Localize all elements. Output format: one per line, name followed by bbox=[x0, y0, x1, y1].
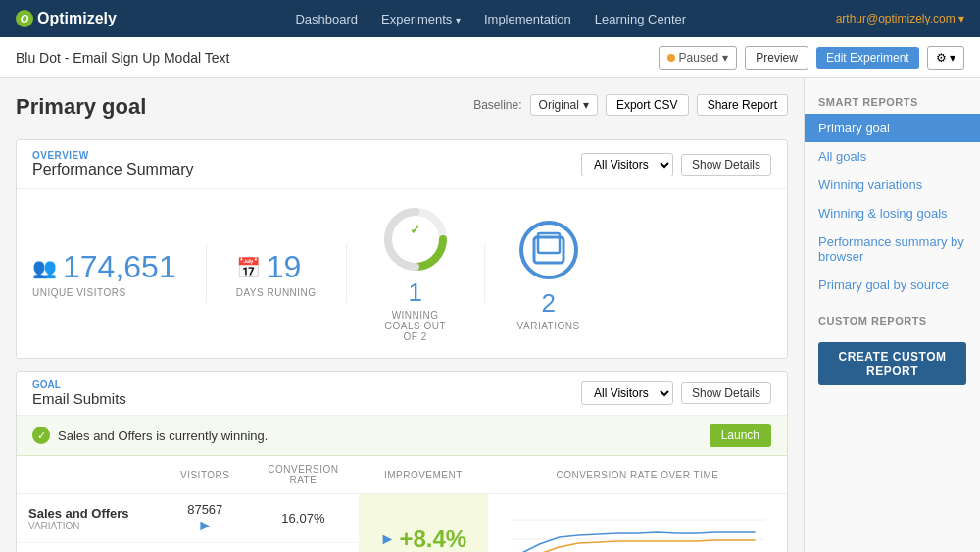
right-sidebar: SMART REPORTS Primary goal All goals Win… bbox=[804, 78, 980, 552]
winning-banner: ✓ Sales and Offers is currently winning.… bbox=[17, 416, 787, 456]
status-label: Paused bbox=[679, 51, 719, 65]
col-header-improvement: IMPROVEMENT bbox=[359, 456, 488, 494]
goal-header-controls: All Visitors Show Details bbox=[581, 381, 771, 405]
overview-label: OVERVIEW bbox=[32, 150, 194, 161]
col-header-visitors: VISITORS bbox=[163, 456, 248, 494]
performance-summary-header: OVERVIEW Performance Summary All Visitor… bbox=[17, 140, 787, 189]
goal-title: Email Submits bbox=[32, 390, 126, 407]
user-menu[interactable]: arthur@optimizely.com ▾ bbox=[836, 12, 964, 25]
winning-goals-donut: ✓ bbox=[381, 205, 450, 274]
col-header-conversion: CONVERSIONRATE bbox=[248, 456, 359, 494]
stat-divider-1 bbox=[206, 244, 207, 303]
unique-visitors-label: UNIQUE VISITORS bbox=[32, 287, 126, 298]
export-csv-button[interactable]: Export CSV bbox=[606, 94, 689, 116]
row-variation-conversion: 16.07% bbox=[248, 494, 359, 543]
nav-learning-center[interactable]: Learning Center bbox=[595, 12, 686, 26]
nav-implementation[interactable]: Implementation bbox=[484, 12, 571, 26]
days-running-label: DAYS RUNNING bbox=[236, 287, 317, 298]
custom-reports-title: CUSTOM REPORTS bbox=[805, 309, 980, 332]
performance-summary-card: OVERVIEW Performance Summary All Visitor… bbox=[16, 139, 788, 359]
nav-experiments[interactable]: Experiments ▾ bbox=[381, 12, 461, 26]
nav-dashboard[interactable]: Dashboard bbox=[295, 12, 358, 26]
winning-goals-stat: ✓ 1 WINNING GOALS OUT OF 2 bbox=[357, 205, 474, 342]
sidebar-item-perf-browser[interactable]: Performance summary by browser bbox=[805, 227, 980, 271]
sidebar-item-all-goals[interactable]: All goals bbox=[805, 142, 980, 171]
page-title: Primary goal bbox=[16, 94, 146, 120]
performance-summary-controls: All Visitors Show Details bbox=[581, 153, 771, 176]
status-badge[interactable]: Paused ▾ bbox=[659, 46, 738, 70]
logo: O Optimizely bbox=[16, 10, 117, 27]
check-circle-icon: ✓ bbox=[32, 427, 50, 444]
variations-circle bbox=[514, 216, 583, 284]
subheader-actions: Paused ▾ Preview Edit Experiment ⚙ ▾ bbox=[659, 46, 964, 70]
row-variation-name: Sales and Offers VARIATION bbox=[17, 494, 163, 543]
improvement-arrow-icon: ► bbox=[380, 530, 396, 548]
winning-text: ✓ Sales and Offers is currently winning. bbox=[32, 427, 268, 444]
status-dot-icon bbox=[667, 54, 675, 62]
sidebar-item-winning-losing[interactable]: Winning & losing goals bbox=[805, 199, 980, 227]
variation-arrow-icon: ► bbox=[174, 517, 236, 534]
variations-stat: 2 VARIATIONS bbox=[495, 216, 603, 331]
share-report-button[interactable]: Share Report bbox=[697, 94, 788, 116]
preview-button[interactable]: Preview bbox=[745, 46, 808, 70]
variations-value: 2 bbox=[541, 288, 555, 318]
main-layout: Primary goal Baseline: Original ▾ Export… bbox=[0, 78, 980, 552]
show-details-perf-button[interactable]: Show Details bbox=[681, 154, 771, 176]
data-table: VISITORS CONVERSIONRATE IMPROVEMENT CONV… bbox=[17, 456, 787, 552]
stat-divider-3 bbox=[484, 244, 485, 303]
chart-cell bbox=[488, 494, 787, 553]
row-baseline-conversion: 14.83% bbox=[248, 543, 359, 553]
variations-label: VARIATIONS bbox=[517, 321, 580, 331]
logo-text: Optimizely bbox=[37, 10, 117, 27]
visitors-icon: 👥 bbox=[32, 256, 57, 279]
logo-icon: O bbox=[16, 10, 33, 27]
user-arrow-icon: ▾ bbox=[958, 12, 964, 25]
goal-card-header: GOAL Email Submits All Visitors Show Det… bbox=[17, 372, 787, 416]
baseline-select[interactable]: Original ▾ bbox=[530, 94, 598, 116]
visitors-select-goal[interactable]: All Visitors bbox=[581, 381, 673, 405]
sidebar-item-primary-source[interactable]: Primary goal by source bbox=[805, 271, 980, 299]
col-header-name bbox=[17, 456, 163, 494]
sidebar-item-winning-variations[interactable]: Winning variations bbox=[805, 171, 980, 199]
improvement-cell: ► +8.4% bbox=[359, 494, 488, 553]
top-nav: O Optimizely Dashboard Experiments ▾ Imp… bbox=[0, 0, 980, 37]
performance-summary-title: Performance Summary bbox=[32, 161, 194, 178]
data-table-container: VISITORS CONVERSIONRATE IMPROVEMENT CONV… bbox=[17, 456, 787, 552]
baseline-arrow-icon: ▾ bbox=[583, 98, 589, 112]
performance-summary-title-group: OVERVIEW Performance Summary bbox=[32, 150, 194, 178]
goal-label: GOAL bbox=[32, 379, 126, 390]
row-variation-visitors: 87567 ► bbox=[163, 494, 248, 543]
settings-button[interactable]: ⚙ ▾ bbox=[927, 46, 964, 70]
nav-links: Dashboard Experiments ▾ Implementation L… bbox=[146, 12, 836, 26]
goal-card: GOAL Email Submits All Visitors Show Det… bbox=[16, 371, 788, 552]
stat-divider-2 bbox=[346, 244, 347, 303]
row-baseline-visitors: 87084 bbox=[163, 543, 248, 553]
table-row-variation: Sales and Offers VARIATION 87567 ► 16.07… bbox=[17, 494, 787, 543]
sidebar-item-primary-goal[interactable]: Primary goal bbox=[805, 114, 980, 142]
status-arrow-icon: ▾ bbox=[722, 51, 728, 65]
launch-button[interactable]: Launch bbox=[710, 424, 771, 447]
improvement-value: +8.4% bbox=[399, 526, 466, 552]
edit-experiment-button[interactable]: Edit Experiment bbox=[816, 47, 919, 69]
experiments-arrow: ▾ bbox=[456, 15, 461, 25]
col-header-chart: CONVERSION RATE OVER TIME bbox=[488, 456, 787, 494]
unique-visitors-value: 174,651 bbox=[63, 249, 176, 285]
create-custom-report-button[interactable]: CREATE CUSTOM REPORT bbox=[818, 342, 966, 385]
baseline-bar: Baseline: Original ▾ Export CSV Share Re… bbox=[473, 94, 788, 116]
winning-goals-value: 1 bbox=[408, 277, 421, 308]
svg-point-4 bbox=[521, 223, 576, 277]
svg-text:✓: ✓ bbox=[410, 222, 421, 237]
left-content: Primary goal Baseline: Original ▾ Export… bbox=[0, 78, 804, 552]
visitors-select-perf[interactable]: All Visitors bbox=[581, 153, 673, 176]
goal-title-group: GOAL Email Submits bbox=[32, 379, 126, 407]
conversion-chart bbox=[488, 500, 787, 552]
stats-row: 👥 174,651 UNIQUE VISITORS 📅 19 DAYS RUNN… bbox=[17, 189, 787, 358]
unique-visitors-stat: 👥 174,651 UNIQUE VISITORS bbox=[32, 249, 196, 298]
row-baseline-name: Original BASELINE bbox=[17, 543, 163, 553]
show-details-goal-button[interactable]: Show Details bbox=[681, 382, 771, 404]
days-running-stat: 📅 19 DAYS RUNNING bbox=[217, 249, 336, 298]
settings-arrow-icon: ▾ bbox=[950, 51, 956, 65]
baseline-label: Baseline: bbox=[473, 98, 521, 112]
smart-reports-title: SMART REPORTS bbox=[805, 90, 980, 114]
days-running-value: 19 bbox=[267, 249, 302, 285]
